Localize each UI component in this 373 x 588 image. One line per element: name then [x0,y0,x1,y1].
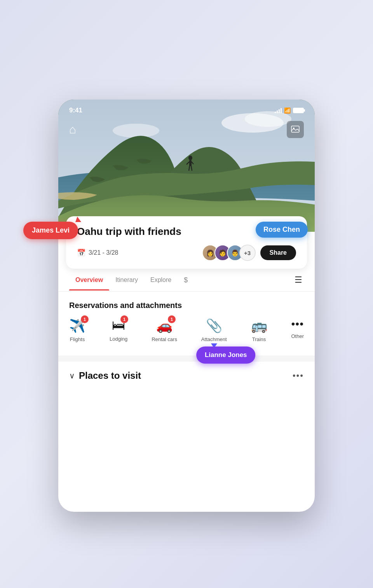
battery-icon [293,108,304,113]
other-label: Other [291,333,304,339]
content-card: Oahu trip with friends Rose Chen 📅 3/21 … [66,216,307,269]
wifi-icon: 📶 [284,107,291,114]
rental-cars-label: Rental cars [152,336,177,342]
lodging-label: Lodging [110,336,127,342]
nav-tabs: Overview Itinerary Explore $ ☰ [58,269,315,292]
home-icon[interactable]: ⌂ [69,123,76,136]
res-item-other[interactable]: ••• Other [291,318,304,339]
tab-explore[interactable]: Explore [144,270,178,290]
status-icons: 📶 [275,107,304,114]
res-item-trains[interactable]: 🚌 Trains [251,318,267,342]
trains-icon: 🚌 [251,318,267,333]
reservations-title: Reservations and attachments [69,301,304,310]
places-title-row: ∨ Places to visit [69,370,141,381]
trip-date: 📅 3/21 - 3/28 [77,248,119,257]
places-header: ∨ Places to visit ••• [69,370,304,381]
trip-title-row: Oahu trip with friends Rose Chen [77,226,296,238]
avatar-count: +3 [239,245,256,261]
flights-label: Flights [70,336,85,342]
attachment-label: Attachment [201,336,227,342]
main-content: Reservations and attachments ✈️ 1 Flight… [58,292,315,355]
reservations-grid: ✈️ 1 Flights 🛏 1 Lodging 🚗 1 Rental [69,318,304,346]
chevron-down-icon[interactable]: ∨ [69,371,75,380]
res-item-rental-cars[interactable]: 🚗 1 Rental cars [152,318,177,342]
james-levi-cursor [75,217,81,222]
places-more-icon[interactable]: ••• [293,371,304,381]
nav-menu-icon[interactable]: ☰ [293,269,304,291]
tooltip-james-levi: James Levi [23,222,78,239]
svg-rect-5 [189,160,192,166]
res-icon-wrap-flights: ✈️ 1 [69,318,85,333]
tooltip-lianne-jones: Lianne Jones [196,346,256,364]
res-item-flights[interactable]: ✈️ 1 Flights [69,318,85,342]
attachment-icon: 📎 [206,318,222,333]
section-separator [58,355,315,359]
calendar-icon: 📅 [77,248,85,257]
flights-badge: 1 [81,315,89,323]
tab-overview[interactable]: Overview [69,270,109,290]
trains-label: Trains [252,336,266,342]
places-title: Places to visit [79,370,141,381]
signal-icon [275,108,282,113]
places-section: ∨ Places to visit ••• [58,359,315,390]
status-bar: 9:41 📶 [58,107,315,114]
res-icon-wrap-other: ••• [291,318,304,330]
other-icon: ••• [291,318,304,330]
gallery-icon[interactable] [287,121,304,138]
svg-rect-10 [291,126,299,132]
rental-cars-badge: 1 [168,315,176,323]
tab-dollar[interactable]: $ [178,269,194,291]
share-button[interactable]: Share [260,245,296,260]
res-item-lodging[interactable]: 🛏 1 Lodging [110,318,127,342]
res-item-attachment[interactable]: 📎 Attachment Lianne Jones [201,318,227,342]
res-icon-wrap-lodging: 🛏 1 [112,318,125,333]
date-range: 3/21 - 3/28 [89,249,119,256]
status-time: 9:41 [69,107,82,114]
svg-point-4 [188,156,192,160]
tooltip-rose-chen: Rose Chen [256,222,308,238]
avatars-group: 👩 🧑 👨 +3 Share [202,245,296,261]
res-icon-wrap-rental-cars: 🚗 1 [156,318,173,333]
res-icon-wrap-trains: 🚌 [251,318,267,333]
svg-point-3 [113,124,159,138]
trip-meta: 📅 3/21 - 3/28 👩 🧑 👨 +3 Share [77,245,296,261]
lodging-badge: 1 [120,315,128,323]
hero-image: 9:41 📶 ⌂ [58,100,315,232]
res-icon-wrap-attachment: 📎 [206,318,222,333]
tab-itinerary[interactable]: Itinerary [109,270,144,290]
phone-frame: 9:41 📶 ⌂ Oahu [58,100,315,512]
